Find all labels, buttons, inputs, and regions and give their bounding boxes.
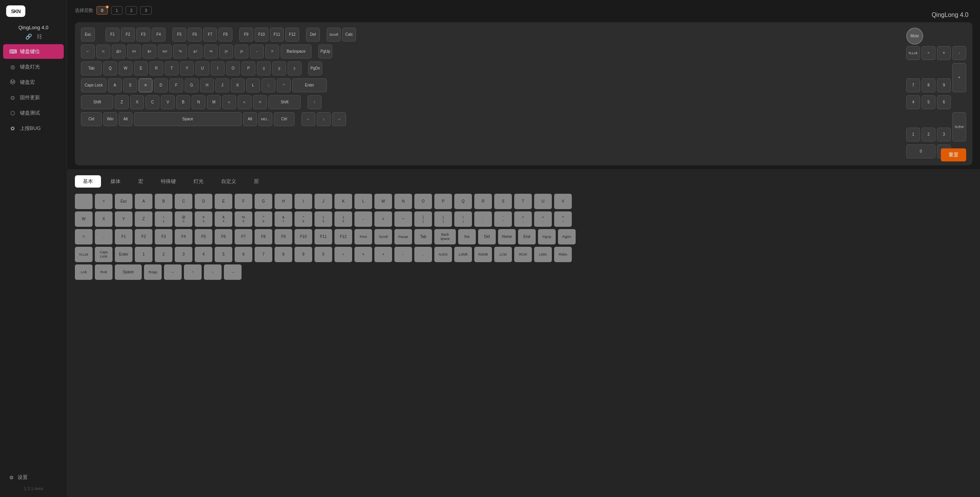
grid-key-n8[interactable]: 8 [275, 247, 292, 262]
grid-key-rshift[interactable]: RShift [474, 247, 492, 262]
key-n9[interactable]: 9 [937, 78, 951, 92]
grid-key-q[interactable]: Q [454, 194, 472, 209]
grid-key-f1[interactable]: F1 [115, 229, 132, 244]
grid-key-capslock[interactable]: CapsLock [95, 247, 113, 262]
key-3[interactable]: #3 [127, 45, 141, 58]
key-f8[interactable]: F8 [219, 28, 232, 42]
key-shift-right[interactable]: Shift [268, 95, 301, 109]
key-8[interactable]: *8 [204, 45, 218, 58]
grid-key-dquote[interactable]: '" [494, 211, 512, 227]
grid-key-u[interactable]: U [534, 194, 552, 209]
grid-key-n6[interactable]: 6 [235, 247, 252, 262]
grid-key-z[interactable]: Z [135, 211, 152, 227]
key-ndiv[interactable]: ÷ [922, 46, 935, 60]
layer-btn-1[interactable]: 1 [111, 6, 122, 15]
key-period[interactable]: >. [238, 95, 252, 109]
sidebar-item-keyboard-test[interactable]: ⬡ 键盘测试 [3, 106, 64, 120]
key-nadd[interactable]: + [952, 63, 966, 92]
grid-key-r[interactable]: R [474, 194, 492, 209]
sidebar-item-firmware[interactable]: ⊙ 固件更新 [3, 90, 64, 105]
grid-key-h[interactable]: H [275, 194, 292, 209]
grid-key-pause[interactable]: Pause [394, 229, 412, 244]
key-p[interactable]: P [242, 62, 255, 75]
key-down[interactable]: ↓ [317, 112, 331, 126]
key-up[interactable]: ↑ [308, 95, 321, 109]
key-v[interactable]: V [161, 95, 175, 109]
grid-key-n1[interactable]: 1 [135, 247, 152, 262]
grid-key-lbracket[interactable]: {[ [414, 211, 432, 227]
grid-key-n3[interactable]: 3 [175, 247, 192, 262]
key-d[interactable]: D [154, 78, 168, 92]
grid-key-nent[interactable]: N.Ent [434, 247, 452, 262]
grid-key-n9[interactable]: 9 [295, 247, 312, 262]
grid-key-arr-left[interactable]: ← [164, 264, 182, 280]
grid-key-nadd[interactable]: + [374, 247, 392, 262]
grid-key-f2[interactable]: F2 [135, 229, 152, 244]
grid-key-x[interactable]: X [95, 211, 113, 227]
grid-key-m[interactable]: M [374, 194, 392, 209]
grid-key-lctrl[interactable]: LCtrl [494, 247, 512, 262]
grid-key-3[interactable]: #3 [195, 211, 212, 227]
key-calc[interactable]: Calc [342, 28, 356, 42]
sidebar-item-keyboard-pos[interactable]: ⌨ 键盘键位 [3, 44, 64, 59]
key-f11[interactable]: F11 [270, 28, 284, 42]
key-nmul[interactable]: × [937, 46, 951, 60]
key-a[interactable]: A [108, 78, 122, 92]
grid-key-arr-right[interactable]: → [224, 264, 242, 280]
key-mute[interactable]: Mute [906, 28, 923, 45]
key-b[interactable]: B [176, 95, 190, 109]
grid-key-g[interactable]: G [255, 194, 272, 209]
grid-key-f9[interactable]: F9 [275, 229, 292, 244]
grid-key-scroll[interactable]: Scroll [374, 229, 392, 244]
unlink-icon[interactable]: ⛓ [36, 33, 42, 40]
key-nsub[interactable]: - [952, 46, 966, 60]
layer-btn-0[interactable]: 0★ [96, 6, 108, 15]
grid-key-del[interactable]: Del [478, 229, 496, 244]
key-rbracket[interactable]: )] [272, 62, 286, 75]
key-space[interactable]: Space [134, 112, 242, 126]
grid-key-f11[interactable]: F11 [315, 229, 332, 244]
grid-key-space[interactable]: Space [115, 264, 142, 280]
grid-key-lt[interactable]: <, [514, 211, 532, 227]
grid-key-f[interactable]: F [235, 194, 252, 209]
key-c[interactable]: C [146, 95, 159, 109]
key-n5[interactable]: 5 [922, 95, 935, 109]
key-enter[interactable]: Enter [292, 78, 327, 92]
key-r[interactable]: R [149, 62, 163, 75]
key-z[interactable]: Z [115, 95, 129, 109]
grid-key-k[interactable]: K [334, 194, 352, 209]
key-slash[interactable]: ?/ [253, 95, 267, 109]
key-n7[interactable]: 7 [906, 78, 920, 92]
grid-key-s[interactable]: S [494, 194, 512, 209]
key-n8[interactable]: 8 [922, 78, 935, 92]
grid-key-9[interactable]: (9 [315, 211, 332, 227]
key-win[interactable]: Win [103, 112, 117, 126]
grid-key-n7[interactable]: 7 [255, 247, 272, 262]
key-quote[interactable]: "' [277, 78, 291, 92]
key-nlck[interactable]: N.Lck [906, 46, 920, 60]
grid-key-rctrl[interactable]: RCtrl [514, 247, 532, 262]
grid-key-equal2[interactable]: = [75, 229, 93, 244]
grid-key-1[interactable]: !1 [155, 211, 172, 227]
key-0[interactable]: )0 [235, 45, 248, 58]
tab-media[interactable]: 媒体 [103, 175, 129, 188]
grid-key-e[interactable]: E [215, 194, 232, 209]
key-e[interactable]: E [134, 62, 148, 75]
key-minus[interactable]: - [250, 45, 264, 58]
grid-key-6[interactable]: ^6 [255, 211, 272, 227]
grid-key-lalt[interactable]: LAlt [75, 264, 93, 280]
grid-key-i[interactable]: I [295, 194, 312, 209]
key-t[interactable]: T [165, 62, 179, 75]
grid-key-f8[interactable]: F8 [255, 229, 272, 244]
grid-key-minus[interactable]: - [354, 211, 372, 227]
grid-key-ins[interactable]: Ins [458, 229, 476, 244]
key-f3[interactable]: F3 [136, 28, 150, 42]
key-m[interactable]: M [207, 95, 221, 109]
grid-key-pgup[interactable]: PgUp [538, 229, 556, 244]
key-q[interactable]: Q [103, 62, 117, 75]
key-f2[interactable]: F2 [121, 28, 135, 42]
grid-key-tab[interactable]: Tab [414, 229, 432, 244]
key-f[interactable]: F [169, 78, 183, 92]
key-n1[interactable]: 1 [906, 128, 920, 141]
grid-key-f3[interactable]: F3 [155, 229, 172, 244]
